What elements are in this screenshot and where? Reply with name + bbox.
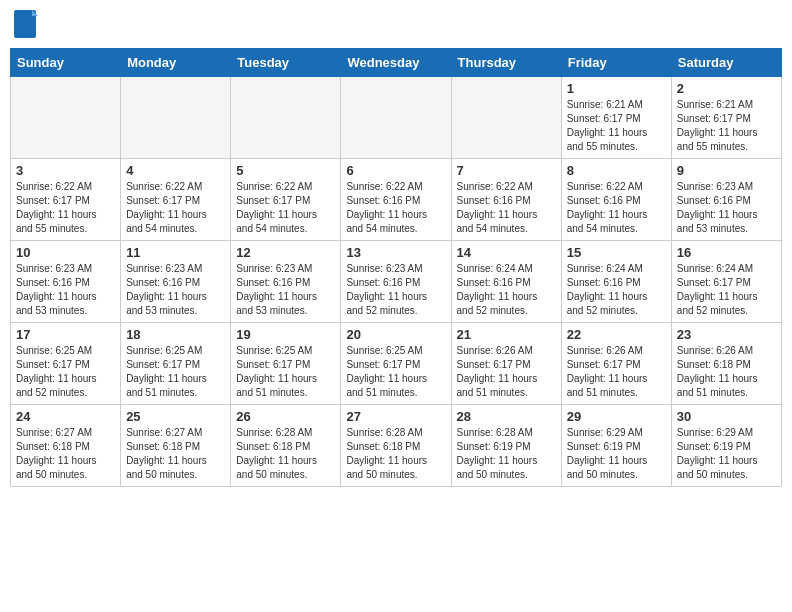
day-number: 15: [567, 245, 666, 260]
day-number: 30: [677, 409, 776, 424]
calendar-cell: 30Sunrise: 6:29 AMSunset: 6:19 PMDayligh…: [671, 405, 781, 487]
calendar-cell: 16Sunrise: 6:24 AMSunset: 6:17 PMDayligh…: [671, 241, 781, 323]
day-info: Sunrise: 6:25 AMSunset: 6:17 PMDaylight:…: [126, 344, 225, 400]
day-info: Sunrise: 6:29 AMSunset: 6:19 PMDaylight:…: [567, 426, 666, 482]
day-info: Sunrise: 6:25 AMSunset: 6:17 PMDaylight:…: [16, 344, 115, 400]
column-header-thursday: Thursday: [451, 49, 561, 77]
calendar: SundayMondayTuesdayWednesdayThursdayFrid…: [10, 48, 782, 487]
day-number: 10: [16, 245, 115, 260]
day-number: 23: [677, 327, 776, 342]
calendar-cell: 19Sunrise: 6:25 AMSunset: 6:17 PMDayligh…: [231, 323, 341, 405]
calendar-cell: 22Sunrise: 6:26 AMSunset: 6:17 PMDayligh…: [561, 323, 671, 405]
column-header-saturday: Saturday: [671, 49, 781, 77]
week-row-3: 10Sunrise: 6:23 AMSunset: 6:16 PMDayligh…: [11, 241, 782, 323]
day-number: 20: [346, 327, 445, 342]
calendar-cell: 10Sunrise: 6:23 AMSunset: 6:16 PMDayligh…: [11, 241, 121, 323]
calendar-cell: 9Sunrise: 6:23 AMSunset: 6:16 PMDaylight…: [671, 159, 781, 241]
day-info: Sunrise: 6:23 AMSunset: 6:16 PMDaylight:…: [16, 262, 115, 318]
calendar-cell: 24Sunrise: 6:27 AMSunset: 6:18 PMDayligh…: [11, 405, 121, 487]
calendar-cell: 5Sunrise: 6:22 AMSunset: 6:17 PMDaylight…: [231, 159, 341, 241]
day-number: 5: [236, 163, 335, 178]
calendar-cell: 25Sunrise: 6:27 AMSunset: 6:18 PMDayligh…: [121, 405, 231, 487]
calendar-cell: [341, 77, 451, 159]
calendar-cell: 2Sunrise: 6:21 AMSunset: 6:17 PMDaylight…: [671, 77, 781, 159]
day-info: Sunrise: 6:23 AMSunset: 6:16 PMDaylight:…: [346, 262, 445, 318]
calendar-cell: 27Sunrise: 6:28 AMSunset: 6:18 PMDayligh…: [341, 405, 451, 487]
calendar-cell: 28Sunrise: 6:28 AMSunset: 6:19 PMDayligh…: [451, 405, 561, 487]
day-info: Sunrise: 6:24 AMSunset: 6:17 PMDaylight:…: [677, 262, 776, 318]
day-info: Sunrise: 6:28 AMSunset: 6:18 PMDaylight:…: [236, 426, 335, 482]
day-info: Sunrise: 6:23 AMSunset: 6:16 PMDaylight:…: [126, 262, 225, 318]
calendar-cell: 18Sunrise: 6:25 AMSunset: 6:17 PMDayligh…: [121, 323, 231, 405]
calendar-cell: 8Sunrise: 6:22 AMSunset: 6:16 PMDaylight…: [561, 159, 671, 241]
calendar-cell: 6Sunrise: 6:22 AMSunset: 6:16 PMDaylight…: [341, 159, 451, 241]
calendar-cell: 15Sunrise: 6:24 AMSunset: 6:16 PMDayligh…: [561, 241, 671, 323]
day-info: Sunrise: 6:21 AMSunset: 6:17 PMDaylight:…: [677, 98, 776, 154]
day-info: Sunrise: 6:22 AMSunset: 6:17 PMDaylight:…: [236, 180, 335, 236]
day-info: Sunrise: 6:24 AMSunset: 6:16 PMDaylight:…: [457, 262, 556, 318]
calendar-cell: 20Sunrise: 6:25 AMSunset: 6:17 PMDayligh…: [341, 323, 451, 405]
calendar-cell: 11Sunrise: 6:23 AMSunset: 6:16 PMDayligh…: [121, 241, 231, 323]
calendar-cell: 29Sunrise: 6:29 AMSunset: 6:19 PMDayligh…: [561, 405, 671, 487]
calendar-cell: [231, 77, 341, 159]
day-number: 7: [457, 163, 556, 178]
day-info: Sunrise: 6:25 AMSunset: 6:17 PMDaylight:…: [346, 344, 445, 400]
calendar-cell: [11, 77, 121, 159]
day-info: Sunrise: 6:21 AMSunset: 6:17 PMDaylight:…: [567, 98, 666, 154]
day-info: Sunrise: 6:22 AMSunset: 6:16 PMDaylight:…: [457, 180, 556, 236]
day-info: Sunrise: 6:27 AMSunset: 6:18 PMDaylight:…: [126, 426, 225, 482]
calendar-cell: 4Sunrise: 6:22 AMSunset: 6:17 PMDaylight…: [121, 159, 231, 241]
calendar-cell: 23Sunrise: 6:26 AMSunset: 6:18 PMDayligh…: [671, 323, 781, 405]
day-number: 2: [677, 81, 776, 96]
day-number: 14: [457, 245, 556, 260]
day-info: Sunrise: 6:28 AMSunset: 6:19 PMDaylight:…: [457, 426, 556, 482]
day-info: Sunrise: 6:22 AMSunset: 6:17 PMDaylight:…: [126, 180, 225, 236]
column-header-wednesday: Wednesday: [341, 49, 451, 77]
day-number: 24: [16, 409, 115, 424]
day-number: 4: [126, 163, 225, 178]
page-header: [10, 10, 782, 40]
day-info: Sunrise: 6:28 AMSunset: 6:18 PMDaylight:…: [346, 426, 445, 482]
week-row-5: 24Sunrise: 6:27 AMSunset: 6:18 PMDayligh…: [11, 405, 782, 487]
calendar-cell: [451, 77, 561, 159]
day-number: 13: [346, 245, 445, 260]
day-number: 9: [677, 163, 776, 178]
day-info: Sunrise: 6:26 AMSunset: 6:17 PMDaylight:…: [567, 344, 666, 400]
logo-icon: [14, 10, 38, 40]
day-info: Sunrise: 6:29 AMSunset: 6:19 PMDaylight:…: [677, 426, 776, 482]
day-info: Sunrise: 6:27 AMSunset: 6:18 PMDaylight:…: [16, 426, 115, 482]
calendar-header-row: SundayMondayTuesdayWednesdayThursdayFrid…: [11, 49, 782, 77]
day-info: Sunrise: 6:23 AMSunset: 6:16 PMDaylight:…: [677, 180, 776, 236]
calendar-cell: 14Sunrise: 6:24 AMSunset: 6:16 PMDayligh…: [451, 241, 561, 323]
day-info: Sunrise: 6:22 AMSunset: 6:16 PMDaylight:…: [567, 180, 666, 236]
day-number: 17: [16, 327, 115, 342]
column-header-friday: Friday: [561, 49, 671, 77]
day-number: 27: [346, 409, 445, 424]
week-row-4: 17Sunrise: 6:25 AMSunset: 6:17 PMDayligh…: [11, 323, 782, 405]
day-number: 18: [126, 327, 225, 342]
day-info: Sunrise: 6:23 AMSunset: 6:16 PMDaylight:…: [236, 262, 335, 318]
logo: [14, 10, 42, 40]
week-row-1: 1Sunrise: 6:21 AMSunset: 6:17 PMDaylight…: [11, 77, 782, 159]
day-number: 22: [567, 327, 666, 342]
day-number: 26: [236, 409, 335, 424]
day-number: 16: [677, 245, 776, 260]
calendar-cell: 3Sunrise: 6:22 AMSunset: 6:17 PMDaylight…: [11, 159, 121, 241]
calendar-cell: 21Sunrise: 6:26 AMSunset: 6:17 PMDayligh…: [451, 323, 561, 405]
day-info: Sunrise: 6:24 AMSunset: 6:16 PMDaylight:…: [567, 262, 666, 318]
calendar-cell: [121, 77, 231, 159]
column-header-monday: Monday: [121, 49, 231, 77]
calendar-cell: 1Sunrise: 6:21 AMSunset: 6:17 PMDaylight…: [561, 77, 671, 159]
day-info: Sunrise: 6:26 AMSunset: 6:18 PMDaylight:…: [677, 344, 776, 400]
day-number: 1: [567, 81, 666, 96]
column-header-tuesday: Tuesday: [231, 49, 341, 77]
day-number: 25: [126, 409, 225, 424]
day-number: 29: [567, 409, 666, 424]
calendar-cell: 13Sunrise: 6:23 AMSunset: 6:16 PMDayligh…: [341, 241, 451, 323]
day-number: 21: [457, 327, 556, 342]
day-info: Sunrise: 6:22 AMSunset: 6:16 PMDaylight:…: [346, 180, 445, 236]
day-number: 3: [16, 163, 115, 178]
day-number: 8: [567, 163, 666, 178]
calendar-cell: 7Sunrise: 6:22 AMSunset: 6:16 PMDaylight…: [451, 159, 561, 241]
day-number: 11: [126, 245, 225, 260]
